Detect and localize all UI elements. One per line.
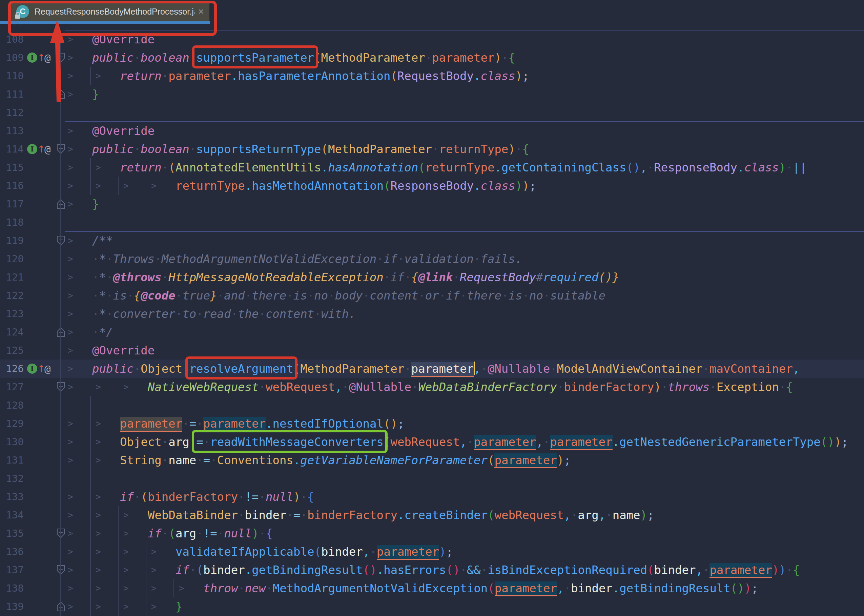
line-number[interactable]: 119 xyxy=(0,231,24,250)
code-token: @link xyxy=(418,270,452,284)
code-line[interactable]: 114I↑@>public·boolean·supportsReturnType… xyxy=(0,140,864,158)
code-line[interactable]: 126I↑@>public·Object·resolveArgument(Met… xyxy=(0,360,864,378)
override-up-arrow-icon: ↑ xyxy=(37,51,45,65)
line-number[interactable]: 120 xyxy=(0,250,24,268)
code-token: ) xyxy=(523,179,529,192)
line-number[interactable]: 124 xyxy=(0,323,24,341)
line-number[interactable]: 134 xyxy=(0,506,24,524)
code-editor[interactable]: 107108>@Override109I↑@>public·boolean·su… xyxy=(0,0,864,616)
line-number[interactable]: 118 xyxy=(0,213,24,231)
fold-marker-icon[interactable] xyxy=(56,327,65,337)
code-line[interactable]: 117>} xyxy=(0,195,864,213)
code-line[interactable]: 124>·*/ xyxy=(0,323,864,341)
code-text: >} xyxy=(64,195,99,213)
line-number[interactable]: 138 xyxy=(0,579,24,597)
code-token: Object xyxy=(120,435,162,449)
code-line[interactable]: 128 xyxy=(0,396,864,414)
line-number[interactable]: 136 xyxy=(0,542,24,561)
code-line[interactable]: 133>>if·(binderFactory·!=·null)·{ xyxy=(0,487,864,506)
code-line[interactable]: 125>@Override xyxy=(0,341,864,360)
line-number[interactable]: 122 xyxy=(0,286,24,305)
fold-marker-icon[interactable] xyxy=(56,236,65,246)
code-token: ( xyxy=(314,545,321,558)
code-line[interactable]: 111>} xyxy=(0,85,864,103)
code-token: getBindingResult xyxy=(252,563,363,577)
line-number[interactable]: 115 xyxy=(0,158,24,176)
code-line[interactable]: 130>>Object·arg·=·readWithMessageConvert… xyxy=(0,433,864,451)
code-line[interactable]: 136>>>>validateIfApplicable(binder,·para… xyxy=(0,542,864,561)
fold-marker-icon[interactable] xyxy=(56,528,65,538)
line-number[interactable]: 109 xyxy=(0,49,24,67)
code-line[interactable]: 119>/** xyxy=(0,231,864,250)
line-number[interactable]: 116 xyxy=(0,176,24,195)
code-token: RequestBody xyxy=(397,69,474,83)
tab-whitespace-chevron: > xyxy=(120,579,148,597)
code-line[interactable]: 122>·*·is·{@code·true}·and·there·is·no·b… xyxy=(0,286,864,305)
code-line[interactable]: 135>>>if·(arg·!=·null)·{ xyxy=(0,524,864,542)
code-token: parameter xyxy=(550,435,612,450)
fold-marker-icon[interactable] xyxy=(56,144,65,154)
line-number[interactable]: 111 xyxy=(0,85,24,103)
code-token: webRequest xyxy=(265,380,335,394)
line-number[interactable]: 125 xyxy=(0,341,24,360)
code-line[interactable]: 110>>return·parameter.hasParameterAnnota… xyxy=(0,67,864,85)
line-number[interactable]: 114 xyxy=(0,140,24,158)
line-number[interactable]: 123 xyxy=(0,305,24,323)
line-number[interactable]: 130 xyxy=(0,433,24,451)
line-number[interactable]: 110 xyxy=(0,67,24,85)
fold-marker-icon[interactable] xyxy=(56,199,65,209)
code-token: with. xyxy=(321,307,356,321)
code-line[interactable]: 137>>>>if·(binder.getBindingResult().has… xyxy=(0,561,864,579)
overrides-method-gutter-icon[interactable]: I xyxy=(27,144,37,154)
code-line[interactable]: 127>>>NativeWebRequest·webRequest,·@Null… xyxy=(0,378,864,396)
code-line[interactable]: 109I↑@>public·boolean·supportsParameter(… xyxy=(0,49,864,67)
code-token: . xyxy=(474,69,481,83)
code-token: * xyxy=(99,289,106,302)
code-line[interactable]: 134>>>WebDataBinder·binder·=·binderFacto… xyxy=(0,506,864,524)
line-number[interactable]: 112 xyxy=(0,103,24,122)
line-number[interactable]: 117 xyxy=(0,195,24,213)
code-line[interactable]: 118 xyxy=(0,213,864,231)
code-token: returnType xyxy=(176,179,245,192)
whitespace-dots: · xyxy=(702,362,709,376)
code-line[interactable]: 132 xyxy=(0,469,864,487)
code-line[interactable]: 113>@Override xyxy=(0,122,864,140)
code-token: there xyxy=(467,289,501,302)
code-line[interactable]: 139>>>>} xyxy=(0,597,864,616)
line-number[interactable]: 126 xyxy=(0,360,24,378)
tab-whitespace-chevron: > xyxy=(64,487,92,506)
line-number[interactable]: 128 xyxy=(0,396,24,414)
code-token: public xyxy=(92,51,134,64)
line-number[interactable]: 132 xyxy=(0,469,24,487)
code-line[interactable]: 121>·*·@throws·HttpMessageNotReadableExc… xyxy=(0,268,864,286)
line-number[interactable]: 113 xyxy=(0,122,24,140)
line-number[interactable]: 127 xyxy=(0,378,24,396)
code-token: = xyxy=(203,453,210,467)
code-token: binderFactory xyxy=(307,508,397,522)
tab-whitespace-chevron: > xyxy=(92,524,120,542)
code-line[interactable]: 123>·*·converter·to·read·the·content·wit… xyxy=(0,305,864,323)
overrides-method-gutter-icon[interactable]: I xyxy=(27,52,37,63)
code-token: parameter xyxy=(710,563,772,578)
code-line[interactable]: 129>>parameter·=·parameter.nestedIfOptio… xyxy=(0,414,864,433)
code-line[interactable]: 115>>return·(AnnotatedElementUtils.hasAn… xyxy=(0,158,864,176)
code-line[interactable]: 116>>>>returnType.hasMethodAnnotation(Re… xyxy=(0,176,864,195)
code-token: ( xyxy=(647,563,654,577)
code-line[interactable]: 112 xyxy=(0,103,864,122)
fold-marker-icon[interactable] xyxy=(56,602,65,611)
code-line[interactable]: 131>>String·name·=·Conventions.getVariab… xyxy=(0,451,864,469)
line-number[interactable]: 139 xyxy=(0,597,24,616)
line-number[interactable]: 133 xyxy=(0,487,24,506)
fold-marker-icon[interactable] xyxy=(56,565,65,575)
line-number[interactable]: 137 xyxy=(0,561,24,579)
line-number[interactable]: 131 xyxy=(0,451,24,469)
line-number[interactable]: 129 xyxy=(0,414,24,433)
whitespace-dots: · xyxy=(481,362,487,376)
code-token: suitable xyxy=(550,289,605,302)
code-line[interactable]: 138>>>>>throw·new·MethodArgumentNotValid… xyxy=(0,579,864,597)
fold-marker-icon[interactable] xyxy=(56,382,65,392)
overrides-method-gutter-icon[interactable]: I xyxy=(27,363,37,374)
code-line[interactable]: 120>·*·Throws·MethodArgumentNotValidExce… xyxy=(0,250,864,268)
line-number[interactable]: 135 xyxy=(0,524,24,542)
line-number[interactable]: 121 xyxy=(0,268,24,286)
